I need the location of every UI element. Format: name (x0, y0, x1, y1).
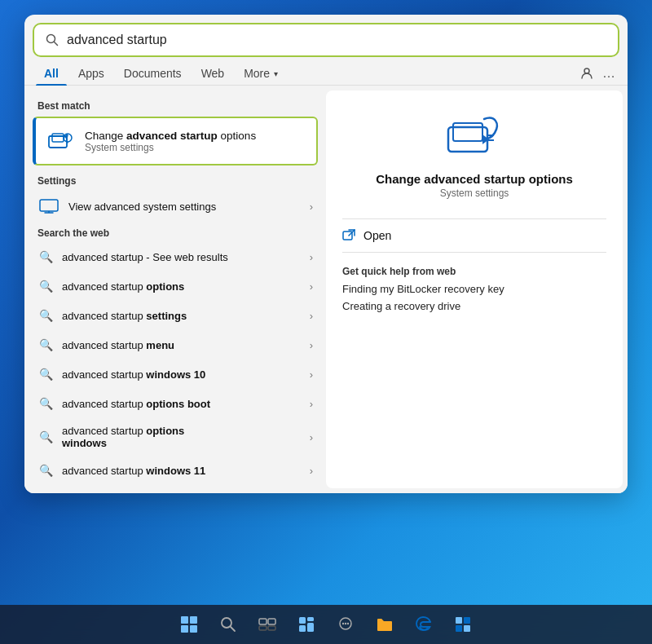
open-label: Open (363, 229, 391, 242)
edge-browser-button[interactable] (408, 608, 440, 641)
web-item-text-5: advanced startup options boot (62, 398, 310, 410)
web-item-2[interactable]: 🔍 advanced startup settings › (24, 301, 326, 330)
tabs-bar: All Apps Documents Web More ▾ … (24, 57, 628, 86)
svg-point-32 (347, 623, 349, 624)
web-search-icon-2: 🔍 (37, 307, 54, 324)
tab-apps[interactable]: Apps (70, 62, 112, 85)
web-search-icon-6: 🔍 (37, 429, 54, 445)
widgets-button[interactable] (290, 608, 323, 641)
web-item-0[interactable]: 🔍 advanced startup - See web results › (24, 242, 326, 271)
best-match-subtitle: System settings (85, 142, 256, 153)
svg-rect-26 (307, 617, 314, 621)
microsoft-store-button[interactable] (447, 608, 479, 641)
chevron-right-icon-1: › (310, 280, 313, 293)
web-link-0[interactable]: Finding my BitLocker recovery key (342, 280, 504, 298)
monitor-icon (37, 197, 60, 215)
svg-rect-4 (52, 134, 64, 142)
quick-help-label: Get quick help from web (342, 266, 456, 277)
divider-1 (342, 218, 606, 219)
chevron-right-icon-3: › (310, 339, 313, 351)
svg-line-20 (231, 627, 235, 631)
chevron-right-icon-6: › (310, 431, 313, 443)
file-explorer-button[interactable] (368, 608, 401, 641)
web-link-1[interactable]: Creating a recovery drive (342, 298, 460, 315)
svg-rect-15 (181, 616, 188, 624)
search-input[interactable] (67, 33, 606, 47)
best-match-item[interactable]: Change advanced startup options System s… (33, 117, 318, 165)
search-panel: All Apps Documents Web More ▾ … Best mat… (24, 15, 628, 493)
svg-point-30 (342, 623, 344, 624)
chevron-down-icon: ▾ (274, 69, 278, 78)
svg-point-2 (584, 68, 589, 73)
taskbar (0, 605, 652, 644)
web-item-6[interactable]: 🔍 advanced startup optionswindows › (24, 418, 326, 456)
web-item-text-7: advanced startup windows 11 (62, 465, 310, 477)
web-search-icon-1: 🔍 (37, 278, 54, 294)
left-pane: Best match Change advanced startup optio… (24, 86, 326, 493)
svg-rect-22 (268, 619, 275, 624)
search-content: Best match Change advanced startup optio… (24, 86, 628, 493)
svg-rect-27 (299, 625, 306, 632)
taskbar-search-button[interactable] (212, 608, 244, 641)
web-item-1[interactable]: 🔍 advanced startup options › (24, 271, 326, 301)
web-search-icon-0: 🔍 (37, 249, 54, 265)
web-item-3[interactable]: 🔍 advanced startup menu › (24, 330, 326, 359)
best-match-icon (46, 126, 75, 156)
start-button[interactable] (173, 608, 205, 641)
chevron-right-icon: › (310, 201, 313, 213)
svg-rect-34 (464, 617, 470, 624)
right-panel-title: Change advanced startup options (342, 172, 606, 186)
web-item-text-0: advanced startup - See web results (62, 251, 310, 263)
svg-point-19 (222, 618, 231, 628)
web-search-icon-4: 🔍 (37, 366, 54, 382)
web-item-text-4: advanced startup windows 10 (62, 368, 310, 381)
best-match-text: Change advanced startup options System s… (85, 130, 256, 153)
task-view-button[interactable] (251, 608, 284, 641)
chevron-right-icon-7: › (310, 465, 313, 477)
svg-rect-35 (456, 625, 462, 632)
tab-all[interactable]: All (36, 62, 67, 85)
more-options-icon[interactable]: … (602, 66, 616, 81)
svg-rect-28 (307, 623, 314, 632)
settings-item-text: View advanced system settings (68, 201, 310, 213)
svg-rect-10 (453, 123, 482, 141)
chevron-right-icon-5: › (310, 398, 313, 410)
right-panel-subtitle: System settings (342, 187, 606, 199)
chat-button[interactable] (329, 608, 362, 641)
tabs-right-actions: … (579, 66, 616, 81)
web-item-text-2: advanced startup settings (62, 310, 310, 322)
web-item-4[interactable]: 🔍 advanced startup windows 10 › (24, 359, 326, 389)
svg-rect-24 (268, 626, 275, 630)
tab-documents[interactable]: Documents (116, 62, 190, 85)
settings-section-label: Settings (24, 170, 326, 190)
svg-rect-14 (343, 232, 352, 240)
svg-rect-17 (181, 625, 188, 633)
chevron-right-icon-4: › (310, 368, 313, 381)
web-item-text-3: advanced startup menu (62, 339, 310, 351)
web-item-7[interactable]: 🔍 advanced startup windows 11 › (24, 456, 326, 485)
right-icon-wrap (342, 107, 606, 164)
open-action[interactable]: Open (342, 226, 391, 245)
divider-2 (342, 252, 606, 253)
tab-web[interactable]: Web (193, 62, 233, 85)
svg-rect-18 (190, 625, 197, 633)
best-match-label: Best match (24, 95, 326, 115)
svg-point-31 (345, 623, 346, 624)
web-search-icon-7: 🔍 (37, 462, 54, 479)
svg-rect-25 (299, 617, 306, 624)
persona-icon[interactable] (579, 66, 594, 81)
settings-item-advanced[interactable]: View advanced system settings › (24, 190, 326, 223)
svg-rect-23 (259, 626, 267, 630)
web-section-label: Search the web (24, 223, 326, 242)
chevron-right-icon-2: › (310, 310, 313, 322)
search-icon (46, 33, 59, 46)
web-search-icon-3: 🔍 (37, 337, 54, 353)
best-match-title: Change advanced startup options (85, 130, 256, 142)
tab-more[interactable]: More ▾ (236, 62, 286, 85)
svg-rect-6 (40, 200, 58, 211)
web-item-text-1: advanced startup options (62, 280, 310, 293)
chevron-right-icon-0: › (310, 251, 313, 263)
svg-rect-21 (259, 619, 267, 624)
web-item-5[interactable]: 🔍 advanced startup options boot › (24, 389, 326, 418)
svg-line-1 (55, 42, 58, 46)
